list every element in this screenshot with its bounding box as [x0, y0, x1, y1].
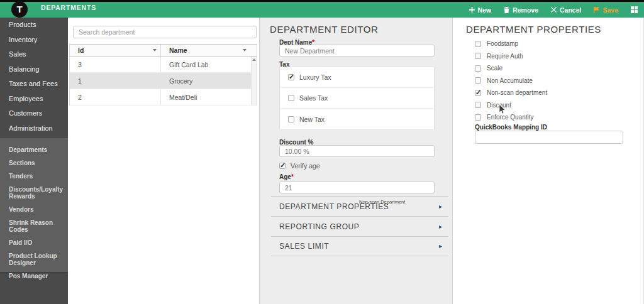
- discount-input[interactable]: [279, 145, 435, 157]
- sidebar-item-shrink-reason-codes[interactable]: Shrink Reason Codes: [0, 216, 68, 236]
- tax-option-new[interactable]: New Tax: [280, 109, 434, 129]
- property-label: Require Auth: [487, 53, 523, 60]
- department-editor-panel: DEPARTMENT EDITOR Dept Name* Tax Luxury …: [260, 18, 452, 304]
- department-list-panel: Id Name 3 Gift Card Lab 1 Grocery 2 Meat…: [68, 18, 260, 304]
- checkbox[interactable]: [279, 163, 286, 169]
- property-non-scan-department[interactable]: Non-scan department: [475, 89, 547, 96]
- sidebar-item-sales[interactable]: Sales: [0, 47, 68, 62]
- editor-title: DEPARTMENT EDITOR: [270, 24, 378, 35]
- search-input[interactable]: [73, 26, 257, 38]
- checkbox[interactable]: [288, 95, 294, 101]
- sidebar-item-taxes-and-fees[interactable]: Taxes and Fees: [0, 77, 68, 92]
- department-properties-panel: DEPARTMENT PROPERTIES Foodstamp Require …: [452, 18, 644, 304]
- chevron-right-icon: ▸: [439, 224, 442, 230]
- sidebar-item-discounts-loyalty-rewards[interactable]: Discounts/Loyalty Rewards: [0, 183, 68, 203]
- app-window: New Remove Cancel Save T DEPARTMEN: [0, 0, 644, 304]
- column-header-id[interactable]: Id: [70, 45, 161, 56]
- trash-icon: [504, 7, 509, 13]
- section-note: Non-scan Department: [359, 199, 405, 205]
- quickbooks-mapping-id-input[interactable]: [475, 131, 623, 144]
- sidebar-item-pos-manager[interactable]: Pos Manager: [0, 269, 68, 283]
- property-non-accumulate[interactable]: Non Accumulate: [475, 77, 547, 84]
- property-scale[interactable]: Scale: [475, 65, 547, 72]
- age-label-text: Age: [279, 173, 291, 180]
- tax-option-label: New Tax: [299, 116, 325, 123]
- cell-id: 2: [70, 89, 161, 105]
- checkbox[interactable]: [288, 74, 294, 80]
- editor-accordion: DEPARTMENT PROPERTIES Non-scan Departmen…: [271, 196, 448, 256]
- property-label: Non Accumulate: [487, 77, 533, 84]
- cell-name: Gift Card Lab: [161, 57, 257, 72]
- save-button[interactable]: Save: [594, 6, 618, 14]
- checkbox[interactable]: [475, 90, 481, 96]
- tax-option-label: Sales Tax: [299, 94, 328, 102]
- checkbox[interactable]: [475, 53, 481, 59]
- sidebar-item-tenders[interactable]: Tenders: [0, 170, 68, 183]
- verify-age-checkbox-row[interactable]: Verify age: [279, 162, 320, 170]
- section-sales-limit[interactable]: SALES LIMIT ▸: [271, 236, 448, 256]
- tax-option-luxury[interactable]: Luxury Tax: [280, 67, 434, 88]
- property-foodstamp[interactable]: Foodstamp: [475, 40, 547, 47]
- age-input[interactable]: [279, 182, 435, 193]
- sidebar-item-departments[interactable]: Departments: [0, 143, 68, 156]
- sidebar-item-paid-io[interactable]: Paid I/O: [0, 236, 68, 249]
- app-logo-letter: T: [16, 4, 22, 14]
- chevron-right-icon: ▸: [439, 204, 442, 210]
- new-button-label: New: [478, 6, 492, 14]
- dept-name-input[interactable]: [279, 45, 435, 57]
- app-logo[interactable]: T: [11, 1, 28, 18]
- section-department-properties[interactable]: DEPARTMENT PROPERTIES Non-scan Departmen…: [271, 196, 448, 216]
- sidebar-item-customers[interactable]: Customers: [0, 106, 68, 121]
- section-label: REPORTING GROUP: [279, 222, 359, 231]
- table-row[interactable]: 2 Meat/Deli: [70, 89, 257, 106]
- checkbox[interactable]: [475, 65, 481, 72]
- tax-option-sales[interactable]: Sales Tax: [280, 88, 434, 109]
- quickbooks-mapping-id-label: QuickBooks Mapping ID: [475, 124, 547, 131]
- sidebar-item-balancing[interactable]: Balancing: [0, 62, 68, 77]
- table-scrollbar[interactable]: [251, 57, 257, 105]
- checkbox[interactable]: [475, 77, 481, 84]
- sidebar-item-product-lookup-designer[interactable]: Product Lookup Designer: [0, 249, 68, 269]
- sidebar-item-sections[interactable]: Sections: [0, 156, 68, 170]
- new-button[interactable]: New: [469, 6, 492, 14]
- property-discount[interactable]: Discount: [475, 102, 547, 109]
- section-label: SALES LIMIT: [279, 242, 329, 251]
- checkbox[interactable]: [475, 114, 481, 121]
- tax-list: Luxury Tax Sales Tax New Tax: [279, 67, 435, 130]
- save-button-label: Save: [602, 6, 618, 14]
- sidebar-item-administration[interactable]: Administration: [0, 121, 68, 136]
- required-asterisk: *: [291, 173, 294, 180]
- checkbox[interactable]: [475, 41, 481, 47]
- remove-button-label: Remove: [513, 6, 538, 14]
- cancel-button-label: Cancel: [560, 6, 581, 14]
- scroll-up-icon[interactable]: [252, 58, 256, 61]
- sidebar-item-inventory[interactable]: Inventory: [0, 33, 68, 48]
- x-icon: [551, 7, 557, 13]
- column-menu-caret-icon[interactable]: [153, 49, 157, 52]
- column-header-id-label: Id: [78, 46, 84, 54]
- remove-button[interactable]: Remove: [504, 6, 538, 14]
- cell-id: 1: [70, 73, 161, 89]
- checkbox[interactable]: [475, 102, 481, 108]
- property-label: Enforce Quantity: [487, 114, 533, 121]
- mouse-cursor: [499, 104, 506, 117]
- table-row[interactable]: 3 Gift Card Lab: [70, 57, 257, 73]
- sidebar-item-products[interactable]: Products: [0, 18, 68, 33]
- apps-grid-button[interactable]: [631, 6, 638, 13]
- sidebar-item-vendors[interactable]: Vendors: [0, 203, 68, 216]
- table-row[interactable]: 1 Grocery: [70, 73, 257, 89]
- sidebar-item-employees[interactable]: Employees: [0, 92, 68, 107]
- property-enforce-quantity[interactable]: Enforce Quantity: [475, 114, 547, 121]
- column-header-name[interactable]: Name: [161, 45, 257, 56]
- chevron-right-icon: ▸: [439, 243, 442, 249]
- column-menu-caret-icon[interactable]: [243, 49, 247, 52]
- checkbox[interactable]: [288, 116, 294, 122]
- flag-icon: [594, 7, 599, 13]
- cancel-button[interactable]: Cancel: [551, 6, 581, 14]
- property-require-auth[interactable]: Require Auth: [475, 53, 547, 60]
- cell-name: Grocery: [161, 73, 257, 89]
- cell-name: Meat/Deli: [161, 89, 257, 105]
- table-header: Id Name: [70, 45, 257, 57]
- age-label: Age*: [279, 173, 294, 180]
- section-reporting-group[interactable]: REPORTING GROUP ▸: [271, 216, 448, 236]
